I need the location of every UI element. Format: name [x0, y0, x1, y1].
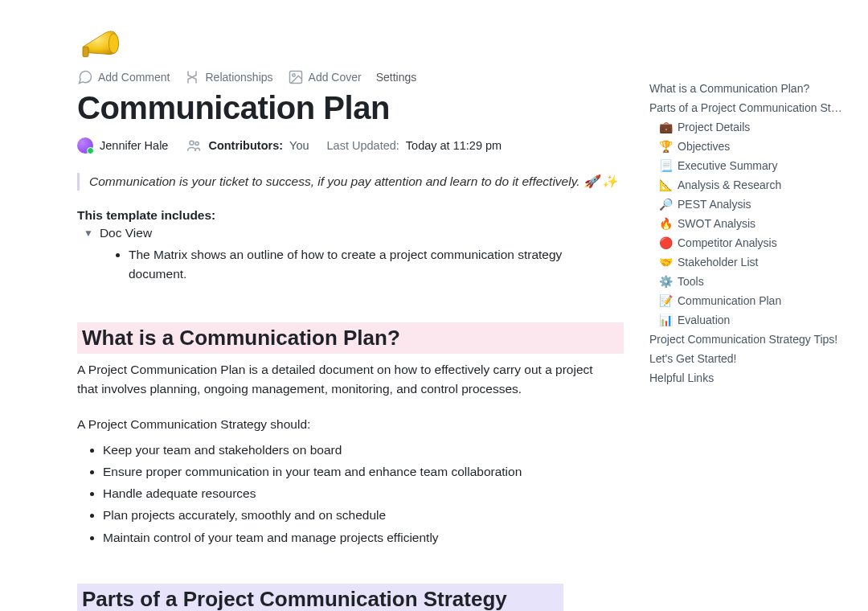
- outline-sub-link[interactable]: 🔴Competitor Analysis: [649, 233, 842, 252]
- contributors-value: You: [289, 139, 309, 152]
- people-icon: [186, 137, 202, 154]
- image-icon: [288, 69, 304, 85]
- last-updated-label: Last Updated:: [327, 139, 399, 152]
- svg-rect-1: [83, 47, 88, 56]
- list-item[interactable]: Handle adequate resources: [103, 482, 624, 504]
- svg-point-4: [190, 141, 194, 145]
- outline-sub-link[interactable]: 🔥SWOT Analysis: [649, 214, 842, 233]
- outline-sub-link[interactable]: 📃Executive Summary: [649, 156, 842, 175]
- meta-row: Jennifer Hale Contributors: You Last Upd…: [77, 137, 624, 154]
- doc-view-toggle[interactable]: ▼ Doc View: [84, 226, 624, 240]
- owner[interactable]: Jennifer Hale: [77, 137, 168, 154]
- contributors[interactable]: Contributors: You: [186, 137, 309, 154]
- emoji-icon: 🔎: [659, 198, 673, 211]
- emoji-icon: 📃: [659, 159, 673, 172]
- outline-sub-link[interactable]: 🏆Objectives: [649, 137, 842, 156]
- add-comment-button[interactable]: Add Comment: [77, 69, 170, 85]
- outline-sub-link[interactable]: 📝Communication Plan: [649, 291, 842, 310]
- contributors-label: Contributors:: [208, 139, 283, 152]
- last-updated-value: Today at 11:29 pm: [406, 139, 502, 152]
- last-updated: Last Updated: Today at 11:29 pm: [327, 139, 502, 152]
- svg-point-0: [108, 34, 118, 54]
- caret-down-icon: ▼: [84, 228, 93, 239]
- add-cover-label: Add Cover: [309, 71, 362, 84]
- section1-para[interactable]: A Project Communication Plan is a detail…: [77, 360, 608, 399]
- add-cover-button[interactable]: Add Cover: [288, 69, 362, 85]
- heading-parts[interactable]: Parts of a Project Communication Strateg…: [77, 584, 563, 611]
- emoji-icon: 📊: [659, 314, 673, 326]
- outline-link[interactable]: Let's Get Started!: [649, 349, 842, 368]
- svg-point-3: [292, 74, 294, 76]
- outline-link[interactable]: What is a Communication Plan?: [649, 79, 842, 98]
- list-item[interactable]: Plan projects accurately, smoothly and o…: [103, 504, 624, 526]
- page-toolbar: Add Comment Relationships Add Cover Sett…: [77, 69, 624, 85]
- list-item[interactable]: Maintain control of your team and manage…: [103, 527, 624, 548]
- doc-view-label: Doc View: [100, 226, 152, 240]
- list-item[interactable]: Keep your team and stakeholders on board: [103, 439, 624, 461]
- outline-link[interactable]: Project Communication Strategy Tips!: [649, 330, 842, 349]
- settings-label: Settings: [376, 71, 417, 84]
- relationships-icon: [184, 69, 200, 85]
- outline-sub-link[interactable]: ⚙️Tools: [649, 272, 842, 291]
- emoji-icon: ⚙️: [659, 275, 673, 288]
- heading-what-is[interactable]: What is a Communication Plan?: [77, 322, 624, 354]
- emoji-icon: 📝: [659, 294, 673, 307]
- emoji-icon: 🔴: [659, 236, 673, 249]
- owner-name: Jennifer Hale: [100, 139, 168, 152]
- outline-link[interactable]: Parts of a Project Communication St…: [649, 98, 842, 117]
- outline-sidebar: What is a Communication Plan? Parts of a…: [649, 79, 842, 388]
- add-comment-label: Add Comment: [98, 71, 170, 84]
- should-bullets: Keep your team and stakeholders on board…: [103, 439, 624, 548]
- settings-button[interactable]: Settings: [376, 71, 417, 84]
- emoji-icon: 💼: [659, 121, 673, 133]
- relationships-label: Relationships: [205, 71, 272, 84]
- svg-point-5: [196, 141, 199, 145]
- outline-sub-link[interactable]: 🔎PEST Analysis: [649, 195, 842, 214]
- outline-sub-link[interactable]: 🤝Stakeholder List: [649, 252, 842, 272]
- comment-icon: [77, 69, 93, 85]
- emoji-icon: 🏆: [659, 140, 673, 153]
- emoji-icon: 🔥: [659, 217, 673, 230]
- list-item[interactable]: Ensure proper communication in your team…: [103, 461, 624, 482]
- matrix-bullet[interactable]: The Matrix shows an outline of how to cr…: [129, 245, 579, 284]
- outline-sub-link[interactable]: 📊Evaluation: [649, 310, 842, 330]
- page-title[interactable]: Communication Plan: [77, 90, 624, 126]
- outline-link[interactable]: Helpful Links: [649, 368, 842, 388]
- emoji-icon: 📐: [659, 178, 673, 191]
- includes-label[interactable]: This template includes:: [77, 208, 624, 223]
- outline-sub-link[interactable]: 📐Analysis & Research: [649, 175, 842, 195]
- quote-block[interactable]: Communication is your ticket to success,…: [77, 173, 624, 191]
- relationships-button[interactable]: Relationships: [184, 69, 272, 85]
- outline-sub-link[interactable]: 💼Project Details: [649, 117, 842, 137]
- should-label[interactable]: A Project Communication Strategy should:: [77, 415, 608, 434]
- avatar: [77, 137, 93, 154]
- page-icon[interactable]: [77, 26, 122, 61]
- quote-text: Communication is your ticket to success,…: [89, 174, 617, 188]
- emoji-icon: 🤝: [659, 256, 673, 269]
